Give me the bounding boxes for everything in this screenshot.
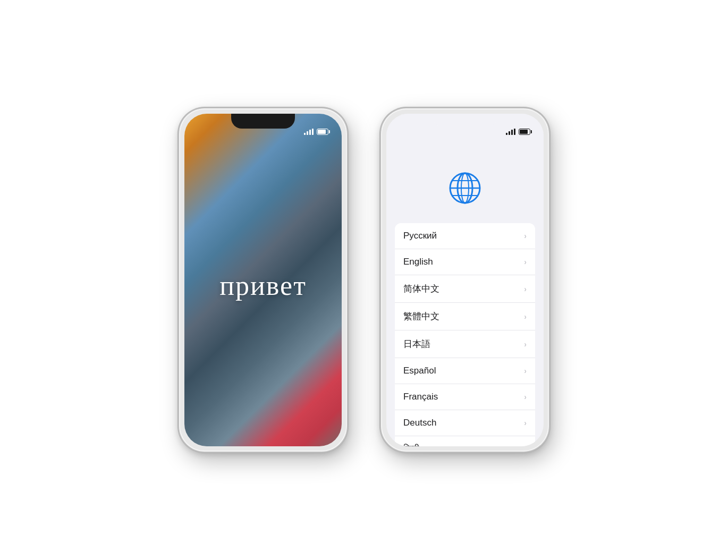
left-phone-screen: привет (184, 114, 342, 446)
splash-screen: привет (184, 114, 342, 446)
chevron-japanese: › (524, 340, 527, 349)
right-battery-tip (531, 130, 532, 133)
language-item-russian[interactable]: Русский› (395, 223, 535, 249)
right-signal-bar-1 (506, 133, 507, 135)
language-card: Русский›English›简体中文›繁體中文›日本語›Español›Fr… (395, 223, 535, 446)
right-signal-bar-4 (514, 129, 515, 135)
language-item-hindi[interactable]: हिन्दी› (395, 436, 535, 446)
chevron-german: › (524, 419, 527, 427)
battery-tip (329, 130, 330, 133)
language-name-german: Deutsch (403, 418, 436, 428)
language-name-english: English (403, 257, 433, 267)
language-name-japanese: 日本語 (403, 338, 430, 350)
right-battery-icon (519, 129, 532, 135)
right-signal-icon (506, 129, 515, 135)
chevron-hindi: › (524, 445, 527, 446)
language-name-hindi: हिन्दी (403, 444, 419, 446)
language-name-spanish: Español (403, 366, 436, 376)
right-notch (433, 114, 497, 128)
battery-body (317, 129, 328, 135)
signal-icon (304, 129, 314, 135)
chevron-french: › (524, 393, 527, 401)
left-phone: привет (178, 107, 348, 453)
chevron-simplified-chinese: › (524, 285, 527, 293)
language-item-spanish[interactable]: Español› (395, 358, 535, 384)
chevron-traditional-chinese: › (524, 312, 527, 321)
language-item-french[interactable]: Français› (395, 384, 535, 410)
language-item-japanese[interactable]: 日本語› (395, 330, 535, 358)
splash-greeting: привет (219, 270, 307, 301)
language-item-german[interactable]: Deutsch› (395, 410, 535, 436)
right-battery-fill (520, 130, 528, 134)
right-signal-bar-2 (509, 131, 510, 135)
language-list: Русский›English›简体中文›繁體中文›日本語›Español›Fr… (386, 223, 544, 446)
right-signal-bar-3 (511, 130, 513, 135)
language-screen: Русский›English›简体中文›繁體中文›日本語›Español›Fr… (386, 114, 544, 446)
language-item-english[interactable]: English› (395, 249, 535, 275)
language-item-simplified-chinese[interactable]: 简体中文› (395, 275, 535, 303)
language-name-traditional-chinese: 繁體中文 (403, 310, 439, 323)
language-item-traditional-chinese[interactable]: 繁體中文› (395, 303, 535, 330)
battery-icon (317, 129, 330, 135)
globe-icon (446, 169, 484, 207)
signal-bar-3 (309, 130, 311, 135)
battery-fill (318, 130, 326, 134)
signal-bar-4 (312, 129, 314, 135)
right-phone-screen: Русский›English›简体中文›繁體中文›日本語›Español›Fr… (386, 114, 544, 446)
chevron-english: › (524, 258, 527, 266)
language-header (386, 137, 544, 223)
chevron-spanish: › (524, 367, 527, 375)
right-phone: Русский›English›简体中文›繁體中文›日本語›Español›Fr… (380, 107, 550, 453)
chevron-russian: › (524, 232, 527, 240)
signal-bar-2 (307, 131, 308, 135)
right-battery-body (519, 129, 530, 135)
language-name-russian: Русский (403, 231, 437, 241)
language-name-french: Français (403, 392, 438, 402)
notch (231, 114, 295, 129)
language-name-simplified-chinese: 简体中文 (403, 283, 439, 295)
signal-bar-1 (304, 133, 306, 135)
